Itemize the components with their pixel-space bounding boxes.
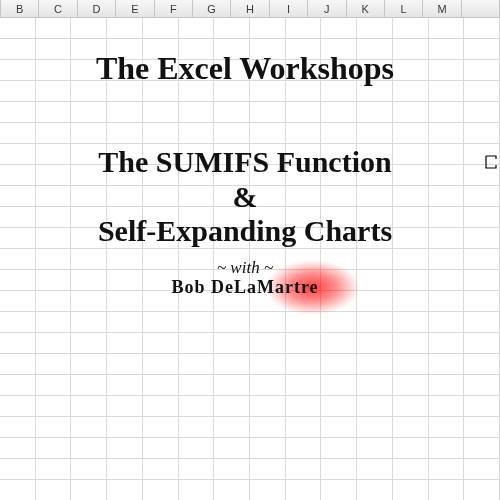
cell[interactable] <box>393 249 429 270</box>
cell[interactable] <box>357 354 393 375</box>
cell[interactable] <box>286 480 322 500</box>
cell[interactable] <box>286 459 322 480</box>
cell[interactable] <box>321 438 357 459</box>
cell-grid[interactable] <box>0 18 500 500</box>
cell[interactable] <box>179 312 215 333</box>
cell[interactable] <box>0 228 36 249</box>
cell[interactable] <box>36 165 72 186</box>
cell[interactable] <box>321 312 357 333</box>
cell[interactable] <box>107 39 143 60</box>
cell[interactable] <box>250 186 286 207</box>
cell[interactable] <box>429 207 465 228</box>
cell[interactable] <box>321 333 357 354</box>
cell[interactable] <box>464 270 500 291</box>
cell[interactable] <box>286 396 322 417</box>
cell[interactable] <box>107 102 143 123</box>
cell[interactable] <box>429 396 465 417</box>
cell[interactable] <box>107 228 143 249</box>
cell[interactable] <box>393 438 429 459</box>
cell[interactable] <box>36 18 72 39</box>
cell[interactable] <box>214 459 250 480</box>
cell[interactable] <box>107 123 143 144</box>
cell[interactable] <box>250 249 286 270</box>
cell[interactable] <box>143 165 179 186</box>
cell[interactable] <box>429 102 465 123</box>
cell[interactable] <box>464 312 500 333</box>
cell[interactable] <box>214 81 250 102</box>
cell[interactable] <box>286 165 322 186</box>
cell[interactable] <box>429 165 465 186</box>
cell[interactable] <box>143 228 179 249</box>
cell[interactable] <box>429 249 465 270</box>
cell[interactable] <box>250 291 286 312</box>
cell[interactable] <box>0 249 36 270</box>
column-header-b[interactable]: B <box>1 0 39 17</box>
cell[interactable] <box>179 165 215 186</box>
cell[interactable] <box>143 102 179 123</box>
cell[interactable] <box>357 396 393 417</box>
cell[interactable] <box>393 291 429 312</box>
cell[interactable] <box>107 375 143 396</box>
cell[interactable] <box>250 459 286 480</box>
cell[interactable] <box>71 312 107 333</box>
cell[interactable] <box>0 459 36 480</box>
cell[interactable] <box>321 18 357 39</box>
cell[interactable] <box>357 228 393 249</box>
cell[interactable] <box>0 123 36 144</box>
cell[interactable] <box>286 375 322 396</box>
cell[interactable] <box>357 270 393 291</box>
cell[interactable] <box>429 354 465 375</box>
cell[interactable] <box>286 18 322 39</box>
cell[interactable] <box>321 165 357 186</box>
cell[interactable] <box>357 480 393 500</box>
cell[interactable] <box>321 396 357 417</box>
cell[interactable] <box>107 207 143 228</box>
cell[interactable] <box>36 333 72 354</box>
cell[interactable] <box>143 207 179 228</box>
cell[interactable] <box>143 480 179 500</box>
cell[interactable] <box>214 165 250 186</box>
cell[interactable] <box>250 312 286 333</box>
cell[interactable] <box>429 291 465 312</box>
cell[interactable] <box>0 60 36 81</box>
cell[interactable] <box>429 417 465 438</box>
cell[interactable] <box>214 375 250 396</box>
cell[interactable] <box>393 333 429 354</box>
cell[interactable] <box>214 417 250 438</box>
cell[interactable] <box>464 459 500 480</box>
cell[interactable] <box>464 396 500 417</box>
cell[interactable] <box>393 228 429 249</box>
cell[interactable] <box>214 438 250 459</box>
cell[interactable] <box>393 39 429 60</box>
cell[interactable] <box>107 18 143 39</box>
cell[interactable] <box>143 396 179 417</box>
cell[interactable] <box>321 228 357 249</box>
cell[interactable] <box>36 186 72 207</box>
cell[interactable] <box>321 81 357 102</box>
cell[interactable] <box>143 270 179 291</box>
cell[interactable] <box>286 102 322 123</box>
cell[interactable] <box>464 186 500 207</box>
cell[interactable] <box>0 417 36 438</box>
cell[interactable] <box>0 102 36 123</box>
cell[interactable] <box>214 39 250 60</box>
cell[interactable] <box>393 123 429 144</box>
cell[interactable] <box>393 165 429 186</box>
cell[interactable] <box>214 18 250 39</box>
cell[interactable] <box>107 249 143 270</box>
cell[interactable] <box>107 480 143 500</box>
cell[interactable] <box>357 207 393 228</box>
cell[interactable] <box>464 249 500 270</box>
cell[interactable] <box>36 102 72 123</box>
cell[interactable] <box>429 375 465 396</box>
cell[interactable] <box>429 81 465 102</box>
cell[interactable] <box>71 123 107 144</box>
cell[interactable] <box>321 459 357 480</box>
cell[interactable] <box>214 354 250 375</box>
cell[interactable] <box>71 459 107 480</box>
cell[interactable] <box>357 60 393 81</box>
cell[interactable] <box>214 249 250 270</box>
cell[interactable] <box>250 480 286 500</box>
cell[interactable] <box>36 249 72 270</box>
cell[interactable] <box>464 375 500 396</box>
